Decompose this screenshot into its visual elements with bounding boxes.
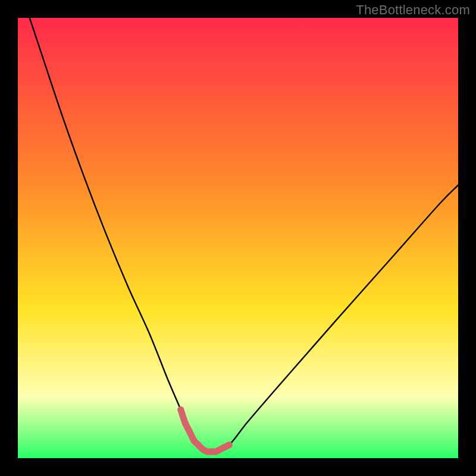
- chart-frame: TheBottleneck.com: [0, 0, 476, 476]
- highlight-dot: [226, 441, 233, 448]
- watermark-text: TheBottleneck.com: [356, 2, 470, 18]
- gradient-background: [18, 18, 458, 458]
- highlight-dot: [182, 419, 189, 426]
- chart-plot-area: [18, 18, 458, 458]
- highlight-dot: [186, 428, 193, 435]
- chart-svg: [18, 18, 458, 458]
- highlight-dot: [177, 406, 184, 413]
